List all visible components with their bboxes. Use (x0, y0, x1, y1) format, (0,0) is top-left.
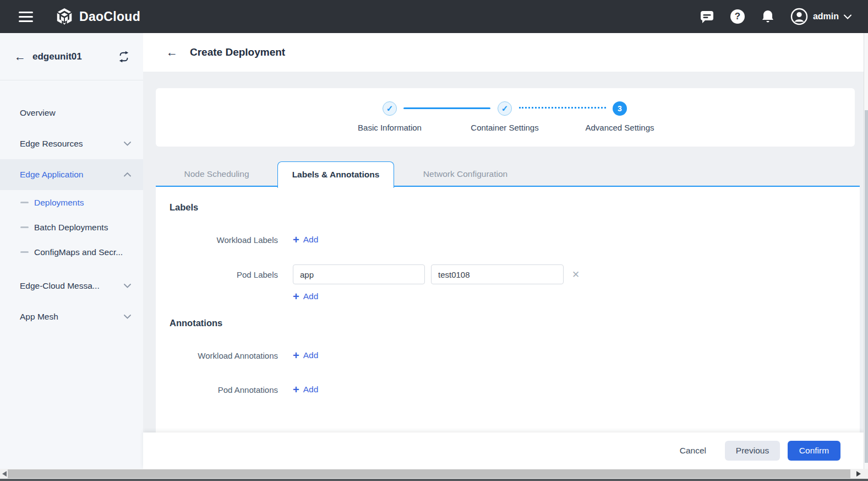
stepper: ✓ ✓ 3 Basic Information Container Settin… (156, 88, 855, 147)
workload-labels-add-button[interactable]: + Add (293, 234, 318, 245)
top-bar: DaoCloud ? (0, 0, 868, 33)
user-menu[interactable]: admin (790, 8, 851, 25)
scroll-right-arrow-icon[interactable] (856, 471, 861, 477)
annotations-section-title: Annotations (170, 318, 222, 328)
sidebar-item-deployments[interactable]: Deployments (0, 190, 143, 215)
cancel-button[interactable]: Cancel (669, 441, 717, 461)
chevron-down-icon (124, 142, 131, 146)
wizard-footer: Cancel Previous Confirm (143, 433, 864, 469)
remove-pod-label-icon[interactable]: ✕ (572, 269, 580, 280)
add-label: Add (303, 350, 319, 360)
labels-section-title: Labels (170, 202, 198, 213)
workload-annotations-add-button[interactable]: + Add (293, 350, 318, 361)
pod-label-value-input[interactable] (431, 264, 564, 284)
nav-label: Deployments (34, 198, 84, 208)
sidebar-item-app-mesh[interactable]: App Mesh (0, 301, 143, 332)
nav-label: Edge Resources (20, 139, 83, 149)
step-1-circle[interactable]: ✓ (383, 101, 397, 116)
brand-name: DaoCloud (79, 9, 140, 24)
page-header: ← Create Deployment (143, 33, 864, 72)
username: admin (813, 12, 839, 21)
daocloud-cube-icon (55, 7, 74, 26)
sidebar-item-edge-resources[interactable]: Edge Resources (0, 128, 143, 159)
pod-labels-label: Pod Labels (170, 270, 278, 279)
page-title: Create Deployment (190, 46, 285, 58)
check-icon: ✓ (501, 104, 509, 114)
help-icon[interactable]: ? (730, 9, 745, 24)
dash-icon (20, 251, 29, 253)
sidebar-nav: Overview Edge Resources Edge Application… (0, 80, 143, 332)
tab-network-configuration[interactable]: Network Configuration (394, 161, 537, 187)
pod-labels-row: Pod Labels ✕ (170, 264, 580, 284)
add-label: Add (303, 385, 319, 394)
chevron-down-icon (124, 284, 131, 288)
nav-label: Overview (20, 108, 56, 118)
sidebar-item-edge-application[interactable]: Edge Application (0, 159, 143, 190)
plus-icon: + (293, 350, 299, 361)
pod-annotations-label: Pod Annotations (170, 385, 278, 394)
scroll-left-arrow-icon[interactable] (2, 471, 7, 477)
add-label: Add (303, 291, 319, 301)
nav-label: App Mesh (20, 312, 58, 322)
switch-cluster-icon[interactable] (118, 51, 130, 63)
step-number: 3 (618, 104, 622, 113)
question-glyph: ? (730, 9, 745, 24)
pod-labels-add-button[interactable]: + Add (293, 291, 318, 302)
step-2-label: Container Settings (444, 123, 565, 132)
pod-label-key-input[interactable] (293, 264, 425, 284)
workload-labels-label: Workload Labels (170, 235, 278, 245)
nav-label: ConfigMaps and Secr... (34, 247, 123, 257)
plus-icon: + (293, 234, 299, 245)
confirm-button[interactable]: Confirm (788, 441, 840, 461)
step-2-circle[interactable]: ✓ (498, 101, 512, 116)
labels-annotations-panel: Labels Workload Labels + Add Pod Labels … (156, 187, 860, 433)
horizontal-scrollbar[interactable] (0, 469, 868, 479)
main-area: ← Create Deployment ✓ ✓ 3 Basic Informat… (143, 33, 864, 469)
tabs-underline (156, 186, 860, 187)
step-connector-solid (403, 107, 490, 109)
tab-node-scheduling[interactable]: Node Scheduling (156, 161, 277, 187)
sidebar-back-icon[interactable]: ← (14, 50, 26, 63)
chevron-up-icon (124, 172, 131, 177)
app-window: DaoCloud ? (0, 0, 868, 481)
vertical-scrollbar-thumb[interactable] (865, 110, 868, 463)
pod-annotations-row: Pod Annotations + Add (170, 384, 318, 395)
avatar-icon (790, 8, 808, 25)
sidebar-item-batch-deployments[interactable]: Batch Deployments (0, 215, 143, 240)
window-bottom-edge (0, 479, 868, 481)
tabs: Node Scheduling Labels & Annotations Net… (156, 161, 860, 187)
add-label: Add (303, 235, 319, 245)
sidebar-item-edge-cloud-message[interactable]: Edge-Cloud Messa... (0, 271, 143, 301)
page-back-icon[interactable]: ← (166, 46, 178, 59)
sidebar-item-configmaps-secrets[interactable]: ConfigMaps and Secr... (0, 240, 143, 264)
sidebar-header: ← edgeunit01 (0, 33, 143, 80)
step-1-label: Basic Information (329, 123, 450, 132)
dash-icon (20, 226, 29, 228)
menu-icon[interactable] (19, 9, 33, 25)
nav-label: Edge-Cloud Messa... (20, 281, 100, 291)
previous-button[interactable]: Previous (725, 441, 780, 461)
pod-annotations-add-button[interactable]: + Add (293, 384, 318, 395)
bell-icon[interactable] (760, 9, 776, 24)
chat-icon[interactable] (700, 9, 715, 24)
sidebar-item-overview[interactable]: Overview (0, 98, 143, 128)
workload-annotations-label: Workload Annotations (170, 351, 278, 360)
step-3-label: Advanced Settings (559, 123, 680, 132)
nav-label: Edge Application (20, 170, 83, 180)
plus-icon: + (293, 291, 299, 302)
step-connector-dotted (519, 107, 606, 109)
nav-label: Batch Deployments (34, 223, 108, 233)
tab-labels-annotations[interactable]: Labels & Annotations (277, 161, 394, 188)
workload-annotations-row: Workload Annotations + Add (170, 350, 318, 361)
user-chevron-down-icon (844, 14, 851, 19)
step-3-circle[interactable]: 3 (613, 101, 627, 116)
dash-icon (20, 202, 29, 203)
vertical-scrollbar[interactable] (864, 33, 868, 469)
pod-labels-add-row: + Add (170, 291, 318, 302)
plus-icon: + (293, 384, 299, 395)
sidebar: ← edgeunit01 Overview Edge Resources (0, 33, 143, 469)
chevron-down-icon (124, 315, 131, 319)
brand-logo[interactable]: DaoCloud (55, 7, 140, 26)
horizontal-scrollbar-thumb[interactable] (8, 469, 850, 478)
cluster-name: edgeunit01 (32, 51, 82, 62)
